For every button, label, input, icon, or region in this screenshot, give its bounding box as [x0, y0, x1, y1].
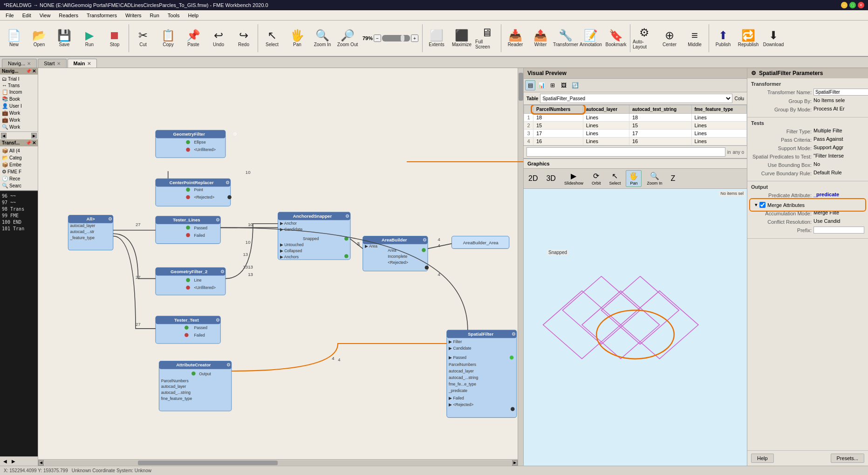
sf-merge-dropdown-icon[interactable]: ▾	[755, 202, 758, 208]
transformer-button[interactable]: 🔧Transformer	[554, 22, 578, 55]
graphics-z-btn[interactable]: Z	[667, 173, 678, 184]
graphics-3d-btn[interactable]: 3D	[543, 173, 559, 184]
canvas-scrollbar-thumb[interactable]	[519, 73, 523, 101]
vp-image-btn[interactable]: 🖼	[559, 80, 569, 90]
nav-item-trial[interactable]: 🗂Trial I	[1, 76, 37, 82]
bottom-nav-left[interactable]: ◀	[2, 459, 8, 464]
graphics-orbit-btn[interactable]: ⟳Orbit	[588, 170, 604, 187]
close-button[interactable]: ✕	[858, 2, 864, 8]
extents-button[interactable]: ⬜Extents	[424, 22, 449, 55]
transformer-close[interactable]: ✕	[32, 140, 36, 145]
maximize-button[interactable]: ⬛Maximize	[450, 22, 474, 55]
graphics-zoom-in-btn[interactable]: 🔍Zoom In	[643, 170, 665, 187]
nav-scroll-right[interactable]: ▶	[31, 133, 37, 138]
graphics-select-btn[interactable]: ↖Select	[606, 170, 624, 187]
redo-button[interactable]: ↪Redo	[232, 22, 256, 55]
menu-writers[interactable]: Writers	[122, 12, 145, 19]
table-dropdown[interactable]: SpatialFilter_Passed	[540, 94, 732, 103]
graphics-view[interactable]: No items sel Snapped	[524, 189, 747, 466]
vp-table-btn[interactable]: ▤	[525, 80, 535, 90]
nav-item-user[interactable]: 👤User I	[1, 103, 37, 110]
tab-start-close[interactable]: ✕	[57, 61, 61, 66]
sf-prefix-input[interactable]	[813, 227, 864, 234]
canvas-v-scrollbar[interactable]	[518, 68, 523, 466]
tab-navig[interactable]: Navig... ✕	[2, 59, 37, 68]
transformer-pin[interactable]: 📌	[26, 140, 31, 145]
run-button[interactable]: ▶Run	[77, 22, 102, 55]
select-button[interactable]: ↖Select	[260, 22, 284, 55]
minimize-button[interactable]: −	[841, 2, 847, 8]
col-layer[interactable]: autocad_layer	[583, 105, 629, 114]
navigator-close[interactable]: ✕	[32, 69, 36, 74]
menu-readers[interactable]: Readers	[55, 12, 82, 19]
tab-main-close[interactable]: ✕	[87, 61, 91, 66]
stop-button[interactable]: ⏹Stop	[103, 22, 127, 55]
center-button[interactable]: ⊕Center	[657, 22, 682, 55]
bookmark-button[interactable]: 🔖Bookmark	[604, 22, 628, 55]
maximize-button[interactable]: □	[849, 2, 856, 8]
col-text[interactable]: autocad_text_string	[629, 105, 691, 114]
auto-layout-button[interactable]: ⚙Auto-Layout	[632, 22, 656, 55]
navigator-pin[interactable]: 📌	[26, 69, 31, 74]
sf-transformer-name-input[interactable]	[813, 89, 868, 96]
tf-item-all[interactable]: 📦All (4	[1, 147, 37, 154]
nav-item-trans[interactable]: ↔Trans	[1, 82, 37, 89]
canvas-h-scroll-right[interactable]: ▶	[512, 460, 518, 466]
tf-item-embe[interactable]: 📦Embe	[1, 161, 37, 168]
reader-button[interactable]: 📥Reader	[503, 22, 527, 55]
nav-item-book[interactable]: 📚Book	[1, 96, 37, 103]
nav-item-work2[interactable]: 💼Work	[1, 117, 37, 124]
writer-button[interactable]: 📤Writer	[528, 22, 553, 55]
canvas-h-scroll-left[interactable]: ◀	[38, 460, 44, 466]
sf-merge-attrs-checkbox[interactable]	[759, 202, 765, 208]
nav-item-work1[interactable]: 💼Work	[1, 110, 37, 117]
menu-file[interactable]: File	[2, 12, 18, 19]
nav-scroll-left[interactable]: ◀	[1, 133, 7, 138]
tf-item-fme[interactable]: ⚙FME F	[1, 168, 37, 175]
search-input[interactable]	[526, 147, 725, 157]
save-button[interactable]: 💾Save	[52, 22, 76, 55]
tf-item-categ[interactable]: 📂Categ	[1, 154, 37, 161]
zoom-out-button[interactable]: 🔎Zoom Out	[335, 22, 360, 55]
zoom-minus[interactable]: −	[374, 34, 381, 42]
vp-grid-btn[interactable]: ⊞	[547, 80, 558, 90]
menu-run[interactable]: Run	[146, 12, 163, 19]
menu-tools[interactable]: Tools	[164, 12, 184, 19]
zoom-in-button[interactable]: 🔍Zoom In	[310, 22, 335, 55]
navigator-panel-header[interactable]: Navig... 📌 ✕	[0, 68, 38, 75]
col-parcel[interactable]: ParcelNumbers	[533, 105, 583, 114]
menu-help[interactable]: Help	[184, 12, 202, 19]
menu-edit[interactable]: Edit	[19, 12, 35, 19]
copy-button[interactable]: 📋Copy	[156, 22, 180, 55]
paste-button[interactable]: 📌Paste	[181, 22, 205, 55]
open-button[interactable]: 📂Open	[27, 22, 51, 55]
col-type[interactable]: fme_feature_type	[691, 105, 746, 114]
tab-navig-close[interactable]: ✕	[27, 61, 31, 66]
nav-item-incom[interactable]: 📋Incom	[1, 89, 37, 96]
new-button[interactable]: 📄New	[2, 22, 26, 55]
download-button[interactable]: ⬇Download	[761, 22, 786, 55]
graphics-2d-btn[interactable]: 2D	[525, 173, 541, 184]
graphics-slideshow-btn[interactable]: ▶Slideshow	[561, 170, 587, 187]
annotation-button[interactable]: 📝Annotation	[579, 22, 603, 55]
tab-start[interactable]: Start ✕	[38, 59, 66, 68]
republish-button[interactable]: 🔁Republish	[736, 22, 760, 55]
graphics-pan-btn[interactable]: 🖐Pan	[626, 170, 642, 187]
full-screen-button[interactable]: 🖥Full Screen	[475, 22, 499, 55]
publish-button[interactable]: ⬆Publish	[711, 22, 735, 55]
vp-chart-btn[interactable]: 📊	[536, 80, 547, 90]
pan-button[interactable]: 🖐Pan	[285, 22, 309, 55]
sf-presets-button[interactable]: Presets...	[831, 454, 864, 463]
bottom-nav-right[interactable]: ▶	[10, 459, 17, 464]
menu-view[interactable]: View	[36, 12, 55, 19]
sf-help-button[interactable]: Help	[751, 454, 774, 463]
tab-main[interactable]: Main ✕	[68, 59, 97, 68]
zoom-plus[interactable]: +	[411, 34, 418, 42]
transformer-panel-header[interactable]: Transf... 📌 ✕	[0, 140, 38, 146]
vp-refresh-btn[interactable]: 🔃	[570, 80, 580, 90]
tf-item-searc[interactable]: 🔍Searc	[1, 182, 37, 189]
menu-transformers[interactable]: Transformers	[83, 12, 121, 19]
canvas-area[interactable]: ◀ ▶ 27 10 10 13 13 1 4 4 4	[38, 68, 523, 466]
middle-button[interactable]: ≡Middle	[683, 22, 707, 55]
cut-button[interactable]: ✂Cut	[131, 22, 155, 55]
